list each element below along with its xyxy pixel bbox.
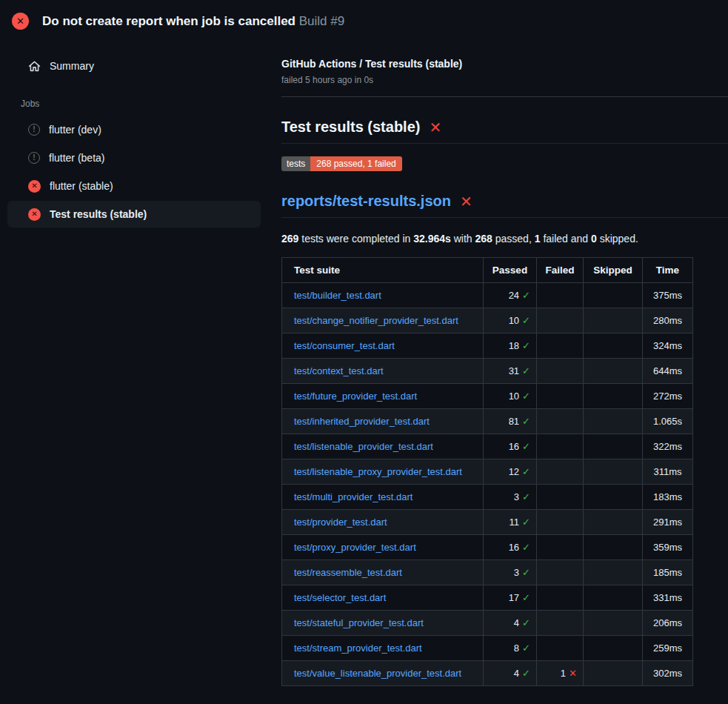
- failed-x-icon: ✕: [460, 194, 472, 209]
- time-cell: 291ms: [643, 510, 693, 535]
- passed-cell-count: 17: [509, 592, 519, 603]
- test-suite-link[interactable]: test/selector_test.dart: [294, 592, 386, 603]
- summary-passed: 268: [475, 233, 492, 245]
- summary-failed: 1: [535, 233, 541, 245]
- build-number: Build #9: [299, 14, 344, 28]
- sidebar-item-label: Summary: [50, 60, 94, 72]
- divider: [281, 96, 728, 97]
- test-suite-link[interactable]: test/listenable_proxy_provider_test.dart: [294, 466, 462, 477]
- tests-badge: tests 268 passed, 1 failed: [281, 156, 402, 171]
- summary-duration: 32.964s: [413, 233, 451, 245]
- test-suite-link[interactable]: test/context_test.dart: [294, 365, 384, 376]
- test-suite-link[interactable]: test/stream_provider_test.dart: [294, 642, 422, 654]
- test-suite-cell: test/inherited_provider_test.dart: [282, 409, 484, 434]
- check-icon: ✓: [522, 290, 530, 301]
- passed-cell: 12✓: [484, 459, 537, 485]
- test-suite-link[interactable]: test/builder_test.dart: [294, 290, 381, 301]
- passed-cell: 4✓: [484, 661, 537, 686]
- passed-cell-count: 11: [510, 517, 520, 528]
- skipped-cell: [584, 434, 643, 459]
- check-icon: ✓: [522, 592, 530, 603]
- passed-cell: 16✓: [484, 434, 537, 459]
- table-row: test/proxy_provider_test.dart16✓359ms: [282, 535, 693, 560]
- skipped-cell: [584, 560, 643, 585]
- passed-cell-count: 12: [509, 466, 519, 477]
- check-icon: ✓: [522, 365, 530, 376]
- table-row: test/provider_test.dart11✓291ms: [282, 510, 693, 535]
- table-row: test/stateful_provider_test.dart4✓206ms: [282, 611, 693, 636]
- sidebar-item-flutter-beta[interactable]: !flutter (beta): [7, 145, 261, 171]
- check-icon: ✓: [522, 668, 530, 679]
- check-icon: ✓: [522, 340, 530, 351]
- passed-cell-count: 4: [514, 668, 519, 679]
- time-cell: 644ms: [643, 359, 693, 384]
- jobs-list: !flutter (dev)!flutter (beta)✕flutter (s…: [0, 116, 281, 228]
- test-suite-link[interactable]: test/listenable_provider_test.dart: [294, 441, 433, 452]
- time-cell: 322ms: [643, 434, 693, 459]
- test-suite-link[interactable]: test/stateful_provider_test.dart: [294, 617, 424, 628]
- time-cell: 311ms: [643, 459, 693, 485]
- failed-cell: [537, 560, 584, 585]
- cancelled-icon: !: [28, 152, 40, 164]
- check-icon: ✓: [522, 315, 530, 326]
- sidebar-item-flutter-dev[interactable]: !flutter (dev): [7, 116, 261, 143]
- passed-cell: 11✓: [484, 510, 537, 535]
- failed-cell-count: 1: [561, 668, 566, 679]
- time-cell: 359ms: [643, 535, 693, 560]
- summary-text: passed,: [492, 233, 535, 245]
- table-header-row: Test suite Passed Failed Skipped Time: [282, 258, 693, 283]
- passed-cell: 31✓: [484, 359, 537, 384]
- x-circle-icon: ✕: [12, 13, 29, 30]
- passed-cell-count: 10: [509, 391, 519, 402]
- failed-cell: [537, 459, 584, 485]
- failed-cell: [537, 485, 584, 510]
- passed-cell-count: 24: [509, 290, 519, 301]
- sidebar-item-summary[interactable]: Summary: [7, 53, 261, 79]
- summary-skipped: 0: [591, 233, 597, 245]
- main-content: GitHub Actions / Test results (stable) f…: [281, 41, 728, 686]
- test-suite-link[interactable]: test/multi_provider_test.dart: [294, 491, 413, 502]
- sidebar-item-flutter-stable[interactable]: ✕flutter (stable): [7, 173, 261, 199]
- table-row: test/inherited_provider_test.dart81✓1.06…: [282, 409, 693, 434]
- failed-cell: [537, 283, 584, 308]
- test-suite-link[interactable]: test/consumer_test.dart: [294, 340, 395, 351]
- failed-cell: [537, 611, 584, 636]
- passed-cell-count: 16: [509, 441, 519, 452]
- jobs-heading: Jobs: [21, 99, 281, 109]
- test-suite-link[interactable]: test/reassemble_test.dart: [294, 567, 402, 578]
- time-cell: 206ms: [643, 611, 693, 636]
- test-suite-link[interactable]: test/value_listenable_provider_test.dart: [294, 668, 461, 679]
- test-suite-cell: test/reassemble_test.dart: [282, 560, 484, 585]
- skipped-cell: [584, 611, 643, 636]
- passed-cell-count: 16: [509, 542, 519, 553]
- test-suite-cell: test/value_listenable_provider_test.dart: [282, 661, 484, 686]
- check-icon: ✓: [522, 491, 530, 502]
- report-file-link[interactable]: reports/test-results.json: [281, 193, 451, 210]
- test-suite-link[interactable]: test/change_notifier_provider_test.dart: [294, 315, 458, 326]
- column-header-time: Time: [643, 258, 693, 283]
- test-results-table: Test suite Passed Failed Skipped Time te…: [281, 257, 693, 686]
- passed-cell: 24✓: [484, 283, 537, 308]
- test-suite-link[interactable]: test/provider_test.dart: [294, 517, 387, 528]
- time-cell: 259ms: [643, 636, 693, 661]
- run-title-text: Do not create report when job is cancell…: [42, 14, 295, 28]
- passed-cell: 17✓: [484, 585, 537, 611]
- column-header-test-suite: Test suite: [282, 258, 484, 283]
- summary-text: skipped.: [597, 233, 638, 245]
- test-suite-link[interactable]: test/future_provider_test.dart: [294, 391, 417, 402]
- sidebar-item-test-results-stable[interactable]: ✕Test results (stable): [7, 201, 261, 228]
- skipped-cell: [584, 585, 643, 611]
- time-cell: 331ms: [643, 585, 693, 611]
- check-icon: ✓: [522, 642, 530, 654]
- check-icon: ✓: [522, 567, 530, 578]
- summary-text: tests were completed in: [298, 233, 413, 245]
- test-suite-link[interactable]: test/inherited_provider_test.dart: [294, 416, 430, 427]
- test-suite-cell: test/context_test.dart: [282, 359, 484, 384]
- summary-total: 269: [281, 233, 298, 245]
- check-icon: ✓: [522, 542, 530, 553]
- test-suite-cell: test/consumer_test.dart: [282, 333, 484, 359]
- table-row: test/listenable_provider_test.dart16✓322…: [282, 434, 693, 459]
- skipped-cell: [584, 359, 643, 384]
- summary-text: with: [451, 233, 475, 245]
- test-suite-link[interactable]: test/proxy_provider_test.dart: [294, 542, 416, 553]
